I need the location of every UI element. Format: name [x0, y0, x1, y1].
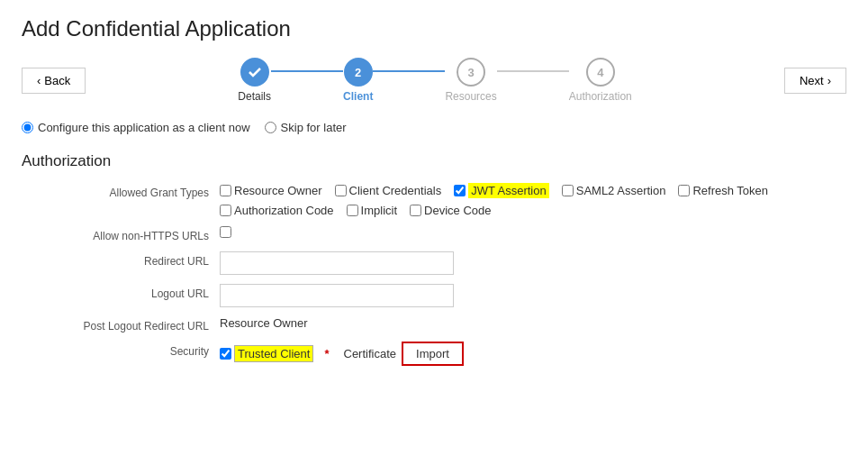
- post-logout-value: Resource Owner: [220, 316, 308, 330]
- grant-implicit[interactable]: Implicit: [347, 204, 397, 217]
- step-authorization: 4 Authorization: [569, 58, 632, 103]
- authorization-code-checkbox[interactable]: [220, 205, 231, 216]
- logout-url-content: [220, 284, 846, 307]
- resource-owner-checkbox[interactable]: [220, 185, 231, 196]
- skip-radio[interactable]: [265, 122, 276, 133]
- step-client: 2 Client: [343, 58, 373, 103]
- security-row: Security Trusted Client * Certificate Im…: [22, 342, 846, 366]
- import-button[interactable]: Import: [402, 342, 464, 366]
- redirect-url-input[interactable]: [220, 251, 454, 275]
- redirect-url-content: [220, 251, 846, 275]
- logout-url-label: Logout URL: [22, 284, 220, 300]
- connector-1-2: [271, 70, 343, 72]
- implicit-checkbox[interactable]: [347, 205, 358, 216]
- security-content: Trusted Client * Certificate Import: [220, 342, 846, 366]
- authorization-section-title: Authorization: [22, 152, 846, 170]
- step-4-circle: 4: [586, 58, 615, 87]
- radio-row: Configure this application as a client n…: [22, 121, 846, 134]
- grant-client-credentials[interactable]: Client Credentials: [335, 184, 442, 197]
- step-1-circle: [240, 58, 269, 87]
- step-3-label: Resources: [445, 90, 496, 103]
- grant-authorization-code[interactable]: Authorization Code: [220, 204, 334, 217]
- device-code-checkbox[interactable]: [410, 205, 421, 216]
- jwt-assertion-checkbox[interactable]: [454, 185, 466, 196]
- trusted-client-checkbox[interactable]: [220, 348, 231, 360]
- trusted-client-option[interactable]: Trusted Client: [220, 345, 313, 362]
- connector-3-4: [497, 70, 569, 72]
- step-4-label: Authorization: [569, 90, 632, 103]
- redirect-url-label: Redirect URL: [22, 251, 220, 268]
- grant-resource-owner[interactable]: Resource Owner: [220, 184, 322, 197]
- step-1-label: Details: [238, 90, 271, 103]
- post-logout-label: Post Logout Redirect URL: [22, 316, 220, 333]
- step-2-label: Client: [343, 90, 373, 103]
- allow-non-https-row: Allow non-HTTPS URLs: [22, 226, 846, 242]
- page-title: Add Confidential Application: [22, 16, 846, 41]
- allow-non-https-checkbox[interactable]: [220, 226, 231, 238]
- step-2-circle: 2: [344, 58, 373, 87]
- checkmark-icon: [248, 65, 262, 79]
- wizard-steps: Details 2 Client 3 Resources: [86, 58, 784, 103]
- allow-non-https-content: [220, 226, 846, 238]
- redirect-url-row: Redirect URL: [22, 251, 846, 275]
- next-arrow-icon: ›: [827, 74, 831, 87]
- post-logout-row: Post Logout Redirect URL Resource Owner: [22, 316, 846, 333]
- saml2-assertion-checkbox[interactable]: [562, 185, 574, 196]
- grant-types-row: Allowed Grant Types Resource Owner Clien…: [22, 183, 846, 217]
- grant-device-code[interactable]: Device Code: [410, 204, 491, 217]
- security-label: Security: [22, 342, 220, 358]
- next-button[interactable]: Next ›: [784, 68, 846, 94]
- configure-radio[interactable]: [22, 122, 33, 133]
- refresh-token-checkbox[interactable]: [678, 185, 690, 196]
- step-3-circle: 3: [457, 58, 485, 87]
- grant-jwt-assertion[interactable]: JWT Assertion: [454, 183, 549, 198]
- logout-url-row: Logout URL: [22, 284, 846, 307]
- grant-types-label: Allowed Grant Types: [22, 183, 220, 199]
- step-details: Details: [238, 58, 271, 103]
- trusted-client-label: Trusted Client: [234, 345, 313, 362]
- grant-refresh-token[interactable]: Refresh Token: [678, 184, 768, 197]
- wizard-bar: ‹ Back Details 2 Client: [22, 58, 846, 103]
- connector-2-3: [373, 70, 445, 72]
- required-star: *: [324, 347, 329, 360]
- client-credentials-checkbox[interactable]: [335, 185, 347, 196]
- allow-non-https-label: Allow non-HTTPS URLs: [22, 226, 220, 242]
- grant-saml2-assertion[interactable]: SAML2 Assertion: [562, 184, 666, 197]
- configure-radio-option[interactable]: Configure this application as a client n…: [22, 121, 250, 134]
- grant-types-content: Resource Owner Client Credentials JWT As…: [220, 183, 846, 217]
- page-container: Add Confidential Application ‹ Back Deta…: [0, 0, 868, 391]
- back-button[interactable]: ‹ Back: [22, 68, 86, 94]
- authorization-section: Authorization Allowed Grant Types Resour…: [22, 152, 846, 366]
- logout-url-input[interactable]: [220, 284, 454, 307]
- skip-radio-option[interactable]: Skip for later: [265, 121, 347, 134]
- certificate-label: Certificate: [344, 347, 397, 360]
- step-resources: 3 Resources: [445, 58, 496, 103]
- back-arrow-icon: ‹: [37, 74, 41, 87]
- post-logout-content: Resource Owner: [220, 316, 846, 330]
